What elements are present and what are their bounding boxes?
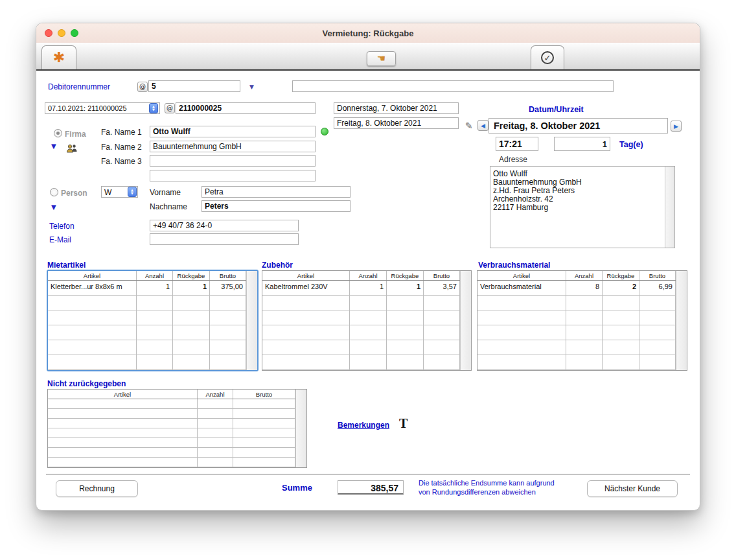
table-cell[interactable] [424,340,460,355]
table-cell[interactable] [262,310,350,325]
table-row[interactable] [262,340,460,355]
minimize-button[interactable] [58,29,65,37]
table-cell[interactable] [210,325,246,340]
table-cell[interactable] [387,310,424,325]
table-cell[interactable] [477,310,566,325]
table-cell[interactable] [566,296,603,310]
table-cell[interactable]: Kabeltrommel 230V [262,281,350,295]
table-cell[interactable] [198,428,233,438]
table-cell[interactable] [198,458,233,467]
text-tool-icon[interactable]: T [399,416,408,431]
table-row[interactable]: Kletterber...ur 8x8x6 m11375,00 [48,281,246,296]
table-row[interactable] [477,340,676,355]
table-cell[interactable] [603,296,639,310]
table-cell[interactable] [424,296,460,310]
table-cell[interactable] [210,355,246,369]
fa-name1-field[interactable] [150,126,316,137]
date-arrow-left-button[interactable]: ◀ [477,120,489,131]
table-cell[interactable] [262,296,350,310]
confirm-button[interactable]: ✓ [531,45,564,69]
at-lookup-button[interactable]: @ [137,82,148,92]
table-cell[interactable]: 2 [603,281,639,295]
table-cell[interactable] [173,340,210,355]
vorname-field[interactable] [201,186,351,198]
table-cell[interactable] [48,428,198,438]
table-cell[interactable] [387,355,424,369]
fa-name2-field[interactable] [150,141,316,152]
table-row[interactable]: Kabeltrommel 230V113,57 [262,281,460,296]
table-cell[interactable] [48,296,137,310]
table-cell[interactable] [350,325,387,340]
table-cell[interactable] [350,355,387,369]
close-button[interactable] [45,29,52,37]
table-cell[interactable] [566,355,603,369]
firma-radio-label[interactable]: Firma [65,130,86,139]
table-row[interactable] [48,355,246,370]
table-cell[interactable] [603,340,639,355]
table-cell[interactable] [210,340,246,355]
adresse-box[interactable]: Otto Wulff Bauunternehmung GmbH z.Hd. Fr… [490,166,675,248]
anrede-stepper[interactable]: ▲▼ [128,187,137,197]
table-cell[interactable] [137,310,173,325]
table-cell[interactable] [198,438,233,447]
table-row[interactable] [262,296,460,310]
table-cell[interactable] [233,419,295,428]
table-row[interactable] [477,296,676,310]
table-cell[interactable] [262,340,350,355]
table-row[interactable] [48,310,246,325]
rueckgabe-datum-field[interactable] [334,117,459,129]
table-row[interactable] [262,355,460,370]
table-cell[interactable] [48,399,198,408]
table-cell[interactable] [233,448,295,457]
table-cell[interactable] [137,355,173,369]
table-cell[interactable] [48,448,198,457]
table-cell[interactable] [350,296,387,310]
ausgabe-datum-field[interactable] [334,102,459,114]
table-row[interactable] [262,310,460,325]
at-lookup-button-2[interactable]: @ [165,103,175,113]
table-cell[interactable] [350,340,387,355]
table-cell[interactable] [639,325,676,340]
table-cell[interactable] [387,325,424,340]
anrede-combo[interactable]: W ▲▼ [101,186,138,198]
mietartikel-scrollbar[interactable] [246,271,257,370]
rueckgabe-haupt-datum-field[interactable] [489,118,668,134]
table-cell[interactable] [262,325,350,340]
debitor-dropdown-icon[interactable]: ▼ [249,84,254,90]
table-cell[interactable] [387,340,424,355]
table-cell[interactable] [566,325,603,340]
table-cell[interactable] [350,310,387,325]
table-cell[interactable] [233,409,295,418]
table-row[interactable] [48,428,295,438]
table-cell[interactable] [198,448,233,457]
table-cell[interactable]: 1 [350,281,387,295]
table-cell[interactable] [48,409,198,418]
table-cell[interactable] [48,325,137,340]
edit-date-icon[interactable]: ✎ [465,121,473,131]
table-cell[interactable] [173,310,210,325]
table-cell[interactable] [387,296,424,310]
table-cell[interactable] [477,355,566,369]
table-row[interactable] [262,325,460,340]
uhrzeit-field[interactable] [496,137,538,151]
table-row[interactable] [477,325,676,340]
table-row[interactable] [48,340,246,355]
table-cell[interactable] [639,310,676,325]
table-cell[interactable]: Verbrauchsmaterial [477,281,566,295]
table-row[interactable] [48,409,295,419]
table-cell[interactable] [198,419,233,428]
bemerkungen-link[interactable]: Bemerkungen [338,421,389,430]
table-cell[interactable] [233,399,295,408]
table-row[interactable]: Verbrauchsmaterial826,99 [477,281,676,296]
firma-radio[interactable] [54,129,62,137]
table-cell[interactable] [210,296,246,310]
table-cell[interactable] [566,340,603,355]
table-cell[interactable] [48,355,137,369]
table-cell[interactable] [210,310,246,325]
zusatz-field[interactable] [150,170,316,181]
table-cell[interactable] [477,296,566,310]
table-cell[interactable] [233,438,295,447]
table-cell[interactable] [477,340,566,355]
table-row[interactable] [477,310,676,325]
table-cell[interactable] [603,355,639,369]
